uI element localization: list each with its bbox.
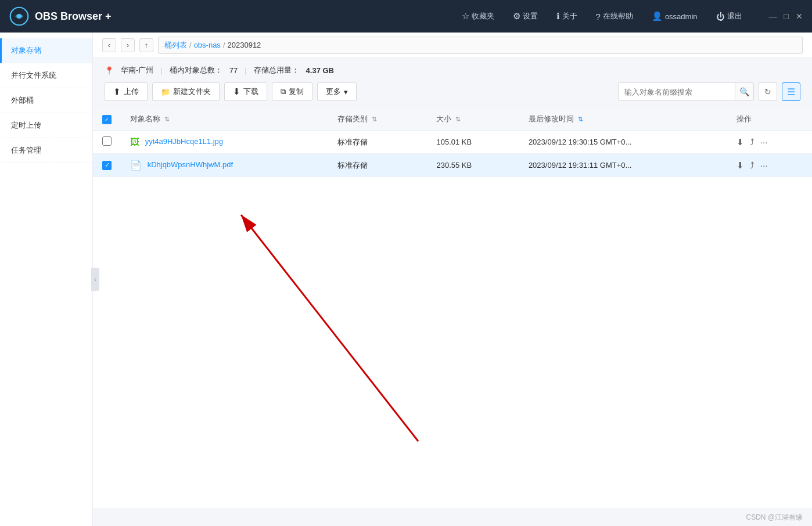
row1-checkbox-cell[interactable]	[93, 131, 121, 154]
row1-actions: ⬇ ⤴ ···	[727, 131, 812, 154]
search-button[interactable]: 🔍	[735, 82, 753, 101]
nav-about-label: 关于	[562, 11, 577, 21]
power-icon: ⏻	[716, 12, 725, 21]
nav-settings-label: 设置	[523, 11, 538, 21]
star-icon: ☆	[462, 11, 469, 21]
sidebar-collapse-button[interactable]: ‹	[91, 268, 99, 291]
table-body: 🖼 yyt4a9HJbHcqe1L1.jpg 标准存储 105.01 KB 20…	[93, 131, 812, 177]
info-icon: ℹ	[556, 11, 560, 21]
nav-help[interactable]: ? 在线帮助	[592, 9, 637, 24]
row2-more-button[interactable]: ···	[760, 160, 768, 170]
image-file-icon: 🖼	[130, 137, 139, 147]
row1-checkbox[interactable]	[102, 136, 112, 146]
copy-label: 复制	[289, 87, 304, 97]
nav-logout[interactable]: ⏻ 退出	[713, 9, 746, 24]
row1-name-cell: 🖼 yyt4a9HJbHcqe1L1.jpg	[121, 131, 328, 154]
sidebar-item-task-management[interactable]: 任务管理	[0, 138, 92, 163]
sidebar-item-parallel-fs[interactable]: 并行文件系统	[0, 63, 92, 88]
download-icon: ⬇	[233, 87, 240, 97]
more-button[interactable]: 更多 ▾	[317, 82, 357, 101]
up-button[interactable]: ↑	[139, 38, 153, 52]
row1-last-modified: 2023/09/12 19:30:15 GMT+0...	[519, 131, 727, 154]
breadcrumb-obs-nas[interactable]: obs-nas	[194, 41, 221, 49]
col-header-actions: 操作	[727, 108, 812, 131]
row1-share-button[interactable]: ⤴	[750, 137, 754, 147]
minimize-button[interactable]: —	[769, 12, 777, 21]
new-folder-button[interactable]: 📁 新建文件夹	[152, 82, 220, 101]
sort-name-icon: ⇅	[164, 116, 170, 123]
pdf-file-icon: 📄	[130, 160, 142, 170]
sort-storage-class-icon: ⇅	[372, 116, 377, 123]
file-table: ✓ 对象名称 ⇅ 存储类别 ⇅ 大小 ⇅	[93, 108, 812, 177]
user-icon: 👤	[652, 11, 663, 21]
object-count-label: 桶内对象总数：	[170, 65, 222, 75]
new-folder-icon: 📁	[161, 88, 170, 96]
breadcrumb-bucket-list[interactable]: 桶列表	[164, 40, 187, 51]
upload-icon: ⬆	[113, 87, 121, 97]
search-input[interactable]	[619, 88, 735, 96]
location-icon: 📍	[105, 66, 114, 75]
select-all-checkbox[interactable]: ✓	[102, 115, 112, 124]
sort-size-icon: ⇅	[455, 116, 461, 123]
sidebar-item-task-management-label: 任务管理	[11, 146, 41, 154]
file-table-wrap: ✓ 对象名称 ⇅ 存储类别 ⇅ 大小 ⇅	[93, 108, 812, 509]
col-header-name[interactable]: 对象名称 ⇅	[121, 108, 328, 131]
storage-value: 4.37 GB	[306, 66, 334, 75]
nav-favorites[interactable]: ☆ 收藏夹	[458, 9, 498, 24]
maximize-button[interactable]: □	[784, 12, 789, 21]
region-label: 华南-广州	[121, 65, 153, 75]
breadcrumb-sep-1: /	[189, 41, 192, 49]
header-checkbox-cell[interactable]: ✓	[93, 108, 121, 131]
col-actions-label: 操作	[736, 114, 752, 123]
row2-download-button[interactable]: ⬇	[736, 160, 744, 171]
refresh-icon: ↻	[764, 87, 771, 96]
row2-checkbox[interactable]: ✓	[102, 161, 112, 170]
download-button[interactable]: ⬇ 下载	[224, 82, 267, 101]
sidebar-item-object-storage[interactable]: 对象存储	[0, 38, 92, 63]
col-header-last-modified[interactable]: 最后修改时间 ⇅	[519, 108, 727, 131]
sidebar-item-external-bucket[interactable]: 外部桶	[0, 88, 92, 113]
obs-logo-icon	[9, 6, 29, 26]
question-icon: ?	[596, 12, 601, 21]
sidebar-item-parallel-fs-label: 并行文件系统	[11, 71, 56, 80]
row1-action-btns: ⬇ ⤴ ···	[736, 137, 803, 147]
close-button[interactable]: ✕	[796, 12, 803, 21]
row2-checkbox-cell[interactable]: ✓	[93, 154, 121, 177]
app-body: 对象存储 并行文件系统 外部桶 定时上传 任务管理 ‹ ‹ › ↑ 桶列表 / …	[0, 33, 812, 526]
row2-last-modified: 2023/09/12 19:31:11 GMT+0...	[519, 154, 727, 177]
row2-action-btns: ⬇ ⤴ ···	[736, 160, 803, 171]
upload-button[interactable]: ⬆ 上传	[105, 82, 148, 101]
row1-file-name[interactable]: yyt4a9HJbHcqe1L1.jpg	[145, 137, 223, 146]
nav-favorites-label: 收藏夹	[472, 11, 494, 21]
row2-size: 230.55 KB	[427, 154, 519, 177]
sidebar: 对象存储 并行文件系统 外部桶 定时上传 任务管理 ‹	[0, 33, 93, 526]
row1-more-button[interactable]: ···	[760, 137, 768, 147]
object-count-value: 77	[229, 66, 238, 75]
forward-button[interactable]: ›	[121, 38, 135, 52]
nav-about[interactable]: ℹ 关于	[553, 9, 581, 24]
col-header-storage-class[interactable]: 存储类别 ⇅	[328, 108, 427, 131]
col-storage-class-label: 存储类别	[337, 114, 368, 123]
sidebar-item-scheduled-upload[interactable]: 定时上传	[0, 113, 92, 138]
nav-user[interactable]: 👤 ossadmin	[648, 9, 701, 24]
view-toggle-button[interactable]: ☰	[782, 82, 800, 101]
window-controls: — □ ✕	[769, 12, 803, 21]
copy-button[interactable]: ⧉ 复制	[272, 82, 312, 101]
info-bar: 📍 华南-广州 | 桶内对象总数： 77 | 存储总用量： 4.37 GB	[93, 58, 812, 80]
breadcrumb: 桶列表 / obs-nas / 20230912	[158, 37, 803, 54]
row1-size: 105.01 KB	[427, 131, 519, 154]
row2-file-name[interactable]: kDhjqbWpsnHWhjwM.pdf	[148, 160, 233, 169]
back-button[interactable]: ‹	[102, 38, 116, 52]
col-header-size[interactable]: 大小 ⇅	[427, 108, 519, 131]
table-row: ✓ 📄 kDhjqbWpsnHWhjwM.pdf 标准存储 230.55 KB …	[93, 154, 812, 177]
nav-settings[interactable]: ⚙ 设置	[509, 9, 541, 24]
nav-user-label: ossadmin	[665, 12, 698, 21]
refresh-button[interactable]: ↻	[759, 82, 777, 101]
titlebar-nav: ☆ 收藏夹 ⚙ 设置 ℹ 关于 ? 在线帮助 👤 ossadmin ⏻ 退出 —…	[458, 9, 803, 24]
row2-share-button[interactable]: ⤴	[750, 160, 754, 170]
nav-help-label: 在线帮助	[603, 11, 633, 21]
row1-download-button[interactable]: ⬇	[736, 137, 744, 147]
row2-storage-class: 标准存储	[328, 154, 427, 177]
list-view-icon: ☰	[787, 87, 795, 98]
gear-icon: ⚙	[513, 11, 520, 21]
